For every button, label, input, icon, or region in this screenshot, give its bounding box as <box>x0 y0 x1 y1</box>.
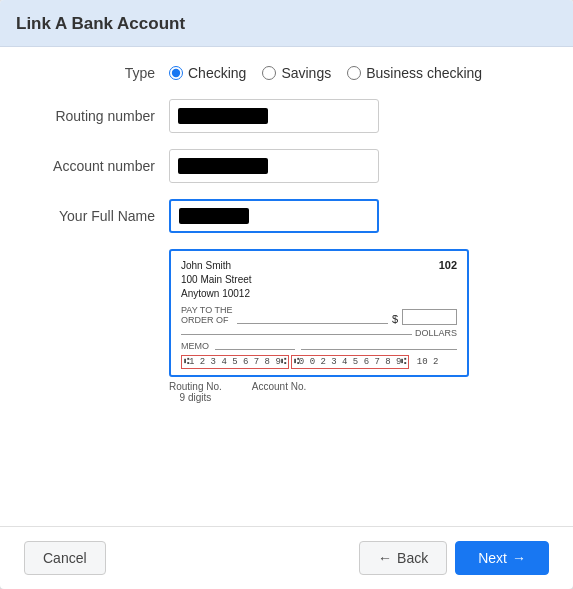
fullname-input-wrapper[interactable] <box>169 199 379 233</box>
check-owner-info: John Smith 100 Main Street Anytown 10012 <box>181 259 252 301</box>
check-pay-line <box>237 323 388 324</box>
dialog-body: Type Checking Savings Business checking … <box>0 47 573 526</box>
dialog-footer: Cancel ← Back Next → <box>0 526 573 589</box>
routing-number-highlight: ⑆1 2 3 4 5 6 7 8 9⑆ <box>181 355 289 369</box>
account-input-wrapper <box>169 149 379 183</box>
check-pay-label: PAY TO THEORDER OF <box>181 305 233 325</box>
routing-row: Routing number <box>24 99 549 133</box>
account-legend: Account No. <box>252 381 306 403</box>
check-top: John Smith 100 Main Street Anytown 10012… <box>181 259 457 301</box>
check-dollar-sign: $ <box>392 313 398 325</box>
check-address2: Anytown 10012 <box>181 287 252 301</box>
routing-label: Routing number <box>24 108 169 124</box>
routing-masked-value <box>178 108 268 124</box>
check-legend: Routing No. 9 digits Account No. <box>169 381 549 403</box>
check-illustration: John Smith 100 Main Street Anytown 10012… <box>169 249 469 377</box>
radio-business-input[interactable] <box>347 66 361 80</box>
type-radio-group: Checking Savings Business checking <box>169 65 482 81</box>
check-dollars-row: DOLLARS <box>181 328 457 338</box>
cancel-button[interactable]: Cancel <box>24 541 106 575</box>
account-row: Account number <box>24 149 549 183</box>
radio-savings-input[interactable] <box>262 66 276 80</box>
account-label: Account number <box>24 158 169 174</box>
routing-legend: Routing No. 9 digits <box>169 381 222 403</box>
next-label: Next <box>478 550 507 566</box>
check-bottom-numbers: ⑆1 2 3 4 5 6 7 8 9⑆ ⑆0 0 2 3 4 5 6 7 8 9… <box>181 355 457 369</box>
radio-business-checking[interactable]: Business checking <box>347 65 482 81</box>
back-button[interactable]: ← Back <box>359 541 447 575</box>
check-dollars-line <box>181 334 412 335</box>
dialog-title: Link A Bank Account <box>16 14 185 33</box>
type-row: Type Checking Savings Business checking <box>24 65 549 81</box>
routing-legend-label: Routing No. <box>169 381 222 392</box>
type-label: Type <box>24 65 169 81</box>
radio-business-label: Business checking <box>366 65 482 81</box>
routing-input-wrapper <box>169 99 379 133</box>
check-amount-box <box>402 309 457 325</box>
fullname-masked-value <box>179 208 249 224</box>
fullname-row: Your Full Name <box>24 199 549 233</box>
radio-checking[interactable]: Checking <box>169 65 246 81</box>
account-legend-label: Account No. <box>252 381 306 392</box>
account-number-highlight: ⑆0 0 2 3 4 5 6 7 8 9⑆ <box>291 355 410 369</box>
check-dollars-label: DOLLARS <box>415 328 457 338</box>
check-owner-name: John Smith <box>181 259 252 273</box>
account-masked-value <box>178 158 268 174</box>
next-arrow-icon: → <box>512 550 526 566</box>
check-pay-row: PAY TO THEORDER OF $ <box>181 305 457 325</box>
radio-savings[interactable]: Savings <box>262 65 331 81</box>
nav-buttons: ← Back Next → <box>359 541 549 575</box>
back-label: Back <box>397 550 428 566</box>
radio-checking-input[interactable] <box>169 66 183 80</box>
check-number: 102 <box>439 259 457 301</box>
dialog-header: Link A Bank Account <box>0 0 573 47</box>
link-bank-account-dialog: Link A Bank Account Type Checking Saving… <box>0 0 573 589</box>
radio-savings-label: Savings <box>281 65 331 81</box>
radio-checking-label: Checking <box>188 65 246 81</box>
check-memo-row: MEMO <box>181 341 457 351</box>
check-address1: 100 Main Street <box>181 273 252 287</box>
fullname-label: Your Full Name <box>24 208 169 224</box>
next-button[interactable]: Next → <box>455 541 549 575</box>
check-sig-line <box>301 349 457 350</box>
back-arrow-icon: ← <box>378 550 392 566</box>
check-memo-line <box>215 349 295 350</box>
check-memo-label: MEMO <box>181 341 209 351</box>
routing-legend-digits: 9 digits <box>180 392 212 403</box>
check-end-number: 10 2 <box>411 357 438 367</box>
